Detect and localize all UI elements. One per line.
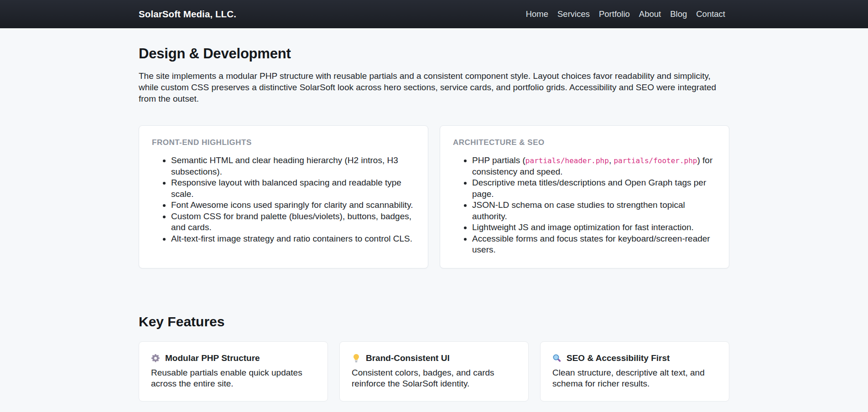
nav-link-services[interactable]: Services (553, 6, 594, 21)
frontend-highlights-card: FRONT-END HIGHLIGHTS Semantic HTML and c… (139, 125, 428, 268)
key-features-section: Key Features Modular PHP Structure Reusa… (139, 314, 729, 412)
bullet-list: PHP partials (partials/header.php, parti… (453, 155, 716, 256)
card-title: ARCHITECTURE & SEO (453, 138, 716, 147)
gear-icon (151, 354, 160, 363)
nav-link-home[interactable]: Home (522, 6, 552, 21)
lightbulb-icon (352, 354, 361, 363)
code-inline: partials/header.php (525, 156, 609, 165)
feature-card-seo-accessibility: SEO & Accessibility First Clean structur… (540, 341, 729, 402)
list-item: Lightweight JS and image optimization fo… (472, 222, 716, 233)
feature-card-modular-php: Modular PHP Structure Reusable partials … (139, 341, 328, 402)
bullet-list: Semantic HTML and clear heading hierarch… (152, 155, 415, 244)
features-grid: Modular PHP Structure Reusable partials … (139, 341, 729, 412)
brand-link[interactable]: SolarSoft Media, LLC. (139, 9, 236, 20)
list-item: Accessible forms and focus states for ke… (472, 233, 716, 256)
list-item: Semantic HTML and clear heading hierarch… (171, 155, 415, 177)
nav-link-portfolio[interactable]: Portfolio (595, 6, 634, 21)
list-item: Descriptive meta titles/descriptions and… (472, 177, 716, 200)
nav-link-contact[interactable]: Contact (692, 6, 729, 21)
intro-text: The site implements a modular PHP struct… (139, 70, 729, 104)
navbar: SolarSoft Media, LLC. Home Services Port… (0, 0, 868, 28)
list-item: Responsive layout with balanced spacing … (171, 177, 415, 200)
feature-description: Clean structure, descriptive alt text, a… (552, 367, 717, 390)
code-inline: partials/footer.php (613, 156, 697, 165)
feature-card-brand-ui: Brand-Consistent UI Consistent colors, b… (339, 341, 529, 402)
page-title: Design & Development (139, 46, 729, 62)
architecture-seo-card: ARCHITECTURE & SEO PHP partials (partial… (440, 125, 729, 268)
feature-title: Brand-Consistent UI (366, 353, 450, 363)
nav-links: Home Services Portfolio About Blog Conta… (522, 9, 729, 19)
list-item: PHP partials (partials/header.php, parti… (472, 155, 716, 177)
list-item: Custom CSS for brand palette (blues/viol… (171, 211, 415, 233)
feature-title: SEO & Accessibility First (567, 353, 670, 363)
list-item: Font Awesome icons used sparingly for cl… (171, 200, 415, 211)
feature-description: Consistent colors, badges, and cards rei… (352, 367, 516, 390)
magnifier-icon (552, 354, 561, 363)
feature-title: Modular PHP Structure (165, 353, 260, 363)
list-item: JSON-LD schema on case studies to streng… (472, 200, 716, 222)
nav-link-blog[interactable]: Blog (666, 6, 691, 21)
list-item: Alt-text-first image strategy and ratio … (171, 233, 415, 245)
info-cards-row: FRONT-END HIGHLIGHTS Semantic HTML and c… (139, 125, 729, 268)
feature-description: Reusable partials enable quick updates a… (151, 367, 316, 390)
nav-link-about[interactable]: About (635, 6, 665, 21)
features-title: Key Features (139, 314, 729, 330)
card-title: FRONT-END HIGHLIGHTS (152, 138, 415, 147)
